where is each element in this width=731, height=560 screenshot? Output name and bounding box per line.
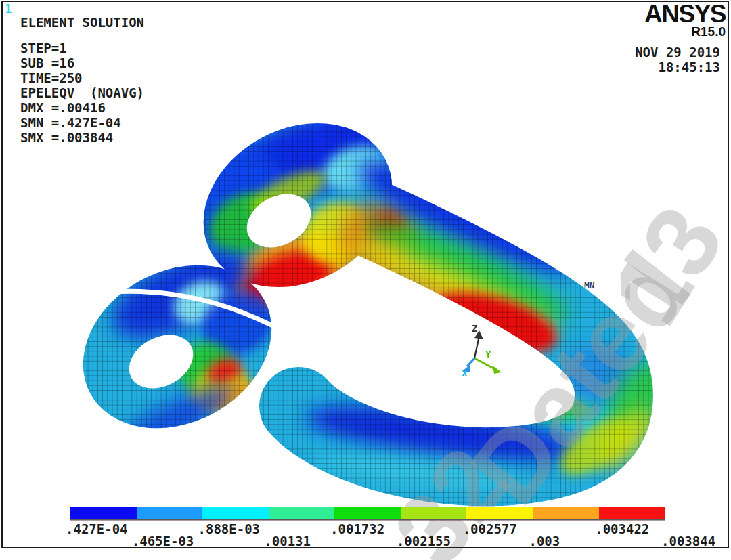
legend-color-segment bbox=[466, 507, 533, 519]
plot-id: 1 bbox=[5, 1, 12, 16]
legend-value-label: .002577 bbox=[463, 521, 517, 536]
legend-value-label: .003422 bbox=[595, 521, 649, 536]
legend-labels: .427E-04.888E-03.001732.002577.003422.46… bbox=[70, 520, 719, 548]
legend-color-segment bbox=[401, 507, 467, 519]
solution-line-smx: SMX =.003844 bbox=[20, 130, 144, 145]
solution-line-dmx: DMX =.00416 bbox=[20, 100, 144, 115]
ansys-brand-block: ANSYS R15.0 bbox=[644, 3, 726, 38]
solution-line-sub: SUB =16 bbox=[20, 56, 144, 70]
solution-line-step: STEP=1 bbox=[20, 41, 144, 56]
date-label: NOV 29 2019 bbox=[635, 45, 720, 60]
solution-info-block: ELEMENT SOLUTION STEP=1 SUB =16 TIME=250… bbox=[20, 15, 144, 145]
ansys-logo: ANSYS bbox=[644, 3, 726, 26]
legend-color-segment bbox=[70, 507, 137, 519]
solution-line-result: EPELEQV (NOAVG) bbox=[20, 85, 144, 100]
solution-title: ELEMENT SOLUTION bbox=[20, 15, 144, 30]
legend-bar bbox=[70, 507, 665, 520]
time-label: 18:45:13 bbox=[635, 60, 720, 74]
contour-legend: .427E-04.888E-03.001732.002577.003422.46… bbox=[70, 507, 665, 548]
legend-value-label: .888E-03 bbox=[198, 521, 261, 536]
min-location-marker: MN bbox=[584, 280, 595, 290]
x-axis-label: X bbox=[462, 368, 468, 379]
legend-value-label: .003 bbox=[529, 534, 560, 548]
legend-color-segment bbox=[599, 507, 665, 519]
legend-value-label: .001732 bbox=[330, 521, 384, 536]
legend-value-label: .00131 bbox=[264, 534, 311, 548]
legend-color-segment bbox=[334, 507, 401, 519]
legend-value-label: .427E-04 bbox=[66, 521, 128, 536]
legend-color-segment bbox=[202, 507, 269, 519]
legend-value-label: .003844 bbox=[661, 534, 715, 548]
datetime-stamp: NOV 29 2019 18:45:13 bbox=[635, 45, 720, 74]
legend-color-segment bbox=[533, 507, 599, 519]
y-axis-label: Y bbox=[485, 349, 491, 360]
solution-line-time: TIME=250 bbox=[20, 70, 144, 85]
ansys-graphics-window: 32 Dated 13 Z Y X 1 ELEMENT SOLUTION STE… bbox=[0, 0, 731, 560]
z-axis-label: Z bbox=[472, 323, 477, 334]
solution-line-smn: SMN =.427E-04 bbox=[20, 115, 144, 130]
legend-color-segment bbox=[137, 507, 203, 519]
legend-color-segment bbox=[269, 507, 335, 519]
legend-value-label: .465E-03 bbox=[132, 534, 194, 548]
legend-value-label: .002155 bbox=[397, 534, 451, 548]
